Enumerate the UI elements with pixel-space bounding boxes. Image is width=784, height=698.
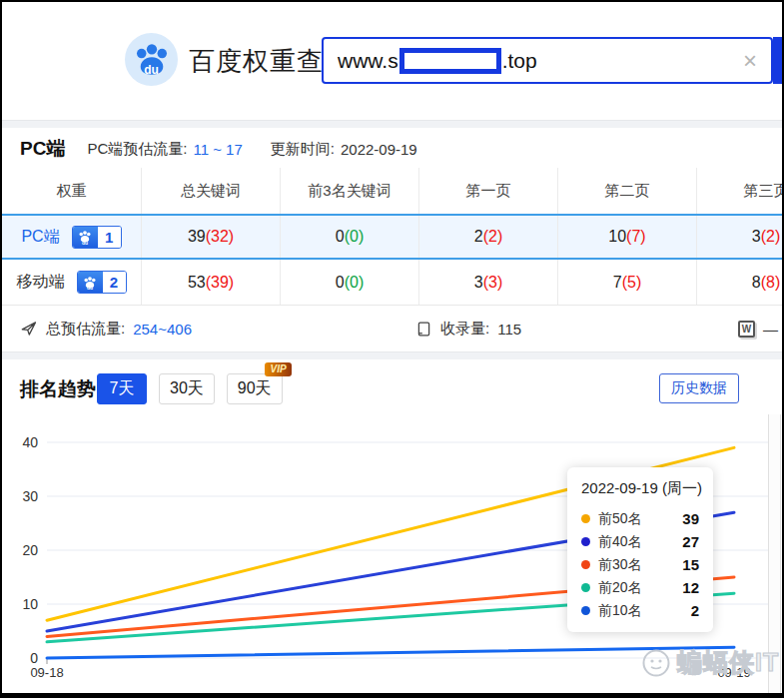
redaction-box bbox=[399, 48, 501, 74]
svg-text:09-19: 09-19 bbox=[717, 665, 750, 680]
tab-7-days[interactable]: 7天 bbox=[97, 373, 147, 404]
trend-title: 排名趋势 bbox=[20, 376, 96, 402]
table-header-row: 权重 总关键词 前3名关键词 第一页 第二页 第三页 bbox=[2, 168, 784, 214]
table-cell: 3(2) bbox=[696, 216, 784, 258]
tooltip-date: 2022-09-19 (周一) bbox=[581, 479, 699, 498]
table-row-mobile: 移动端 du 2 53(39) 0(0) 3(3) 7(5) 8(8) bbox=[2, 260, 784, 306]
search-button[interactable] bbox=[773, 37, 782, 84]
tab-90-label: 90天 bbox=[238, 378, 272, 399]
col-header: 总关键词 bbox=[141, 168, 280, 214]
series-dot-icon bbox=[581, 606, 590, 615]
col-header: 权重 bbox=[2, 168, 141, 214]
update-time-label: 更新时间: bbox=[271, 140, 335, 159]
history-data-button[interactable]: 历史数据 bbox=[659, 373, 739, 403]
table-cell: 0(0) bbox=[280, 260, 418, 305]
pc-row-link[interactable]: PC端 bbox=[21, 227, 59, 248]
col-header: 第一页 bbox=[418, 168, 557, 214]
series-dot-icon bbox=[581, 537, 590, 546]
weight-badge-mobile[interactable]: du 2 bbox=[77, 271, 127, 294]
search-input[interactable]: www.s.top × bbox=[322, 37, 773, 84]
index-count-value: 115 bbox=[497, 321, 521, 338]
pc-traffic-value: 11 ~ 17 bbox=[193, 141, 242, 158]
chart-tooltip: 2022-09-19 (周一) 前50名 39 前40名 27 前30名 15 … bbox=[567, 467, 713, 632]
table-cell: 3(3) bbox=[418, 260, 557, 305]
app-window: du 百度权重查询 www.s.top × PC端 PC端预估流量: 11 ~ … bbox=[0, 0, 784, 698]
series-dot-icon bbox=[581, 583, 590, 592]
table-cell: 53(39) bbox=[141, 260, 280, 305]
baidu-paw-logo-icon: du bbox=[125, 33, 178, 86]
pc-section-title: PC端 bbox=[20, 136, 65, 162]
table-cell: 7(5) bbox=[557, 260, 696, 305]
tooltip-row: 前30名 15 bbox=[581, 553, 699, 576]
search-text-prefix: www.s bbox=[338, 49, 398, 73]
index-count-label: 收录量: bbox=[440, 320, 489, 339]
w-rank-value: — bbox=[763, 321, 778, 338]
tab-90-days[interactable]: 90天 VIP bbox=[227, 373, 283, 404]
table-row-pc: PC端 du 1 39(32) 0(0) 2(2) 10(7) 3(2) bbox=[2, 214, 784, 260]
paw-icon: du bbox=[73, 227, 98, 248]
section-divider bbox=[2, 120, 782, 128]
w-rank-stat: W — bbox=[738, 306, 778, 351]
scrollbar-track[interactable] bbox=[768, 414, 781, 695]
col-header: 第三页 bbox=[696, 168, 784, 214]
series-dot-icon bbox=[581, 514, 590, 523]
total-traffic-stat: 总预估流量: 254~406 bbox=[20, 306, 192, 351]
tooltip-row: 前40名 27 bbox=[581, 530, 699, 553]
total-traffic-label: 总预估流量: bbox=[46, 320, 125, 339]
trend-header: 排名趋势 7天 30天 90天 VIP 历史数据 bbox=[2, 359, 782, 414]
row-label-cell: PC端 du 1 bbox=[2, 216, 141, 258]
col-header: 第二页 bbox=[557, 168, 696, 214]
update-time-value: 2022-09-19 bbox=[341, 141, 417, 158]
index-count-stat: 收录量: 115 bbox=[415, 306, 521, 351]
logo-du-label: du bbox=[125, 63, 178, 77]
search-text-suffix: .top bbox=[502, 49, 537, 73]
svg-text:40: 40 bbox=[22, 434, 38, 450]
mobile-row-label: 移动端 bbox=[17, 272, 65, 293]
table-cell: 10(7) bbox=[557, 216, 696, 258]
range-tabs: 7天 30天 90天 VIP bbox=[97, 373, 295, 404]
table-cell: 39(32) bbox=[141, 216, 280, 258]
svg-text:0: 0 bbox=[30, 650, 38, 666]
section-divider bbox=[2, 351, 782, 359]
tooltip-row: 前50名 39 bbox=[581, 507, 699, 530]
pc-section-header: PC端 PC端预估流量: 11 ~ 17 更新时间: 2022-09-19 bbox=[2, 130, 782, 168]
svg-text:09-18: 09-18 bbox=[30, 665, 63, 680]
table-cell: 0(0) bbox=[280, 216, 418, 258]
weight-table: 权重 总关键词 前3名关键词 第一页 第二页 第三页 PC端 du 1 39(3… bbox=[2, 168, 784, 306]
totals-bar: 总预估流量: 254~406 收录量: 115 W — bbox=[2, 306, 782, 351]
w-badge-icon: W bbox=[738, 321, 755, 338]
table-cell: 2(2) bbox=[418, 216, 557, 258]
tooltip-row: 前10名 2 bbox=[581, 599, 699, 622]
pc-traffic-label: PC端预估流量: bbox=[87, 140, 187, 159]
paw-icon: du bbox=[78, 272, 103, 293]
series-dot-icon bbox=[581, 560, 590, 569]
svg-text:10: 10 bbox=[22, 596, 38, 612]
tab-30-days[interactable]: 30天 bbox=[159, 373, 215, 404]
svg-text:20: 20 bbox=[22, 542, 38, 558]
total-traffic-value: 254~406 bbox=[133, 321, 192, 338]
clear-icon[interactable]: × bbox=[743, 49, 757, 73]
weight-badge-value: 2 bbox=[103, 272, 126, 293]
weight-badge-value: 1 bbox=[98, 227, 121, 248]
tooltip-row: 前20名 12 bbox=[581, 576, 699, 599]
weight-badge-pc[interactable]: du 1 bbox=[72, 226, 122, 249]
document-icon bbox=[415, 321, 432, 338]
col-header: 前3名关键词 bbox=[280, 168, 418, 214]
paper-plane-icon bbox=[20, 320, 38, 338]
header: du 百度权重查询 www.s.top × bbox=[2, 2, 782, 120]
svg-text:30: 30 bbox=[22, 488, 38, 504]
vip-badge: VIP bbox=[265, 362, 291, 376]
row-label-cell: 移动端 du 2 bbox=[2, 260, 141, 305]
table-cell: 8(8) bbox=[696, 260, 784, 305]
